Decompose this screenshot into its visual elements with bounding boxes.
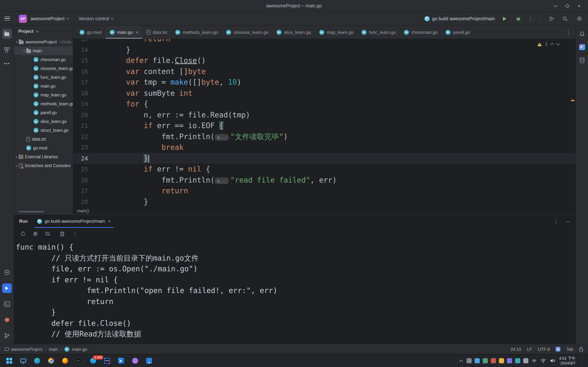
editor-tab[interactable]: gomap_learn.go xyxy=(315,26,358,39)
tree-item[interactable]: gomethods_learn.go xyxy=(14,99,73,108)
breadcrumb-segment[interactable]: main xyxy=(49,347,58,351)
taskbar-clock[interactable]: 4:51 下午 2024/3/7 xyxy=(559,356,575,366)
show-desktop-button[interactable] xyxy=(582,354,583,367)
maximize-diamond-icon[interactable] xyxy=(565,4,569,8)
tray-app-icon[interactable] xyxy=(491,358,496,363)
project-selector[interactable]: awesomeProject xyxy=(31,16,69,21)
tree-item[interactable]: data.txt xyxy=(14,135,73,143)
terminal-icon[interactable] xyxy=(2,299,12,309)
error-stripe-mark[interactable] xyxy=(571,100,574,101)
breadcrumb-context[interactable]: main() xyxy=(77,209,89,213)
services-icon[interactable] xyxy=(2,268,12,277)
next-problem-icon[interactable] xyxy=(556,42,560,45)
version-control-selector[interactable]: Version control xyxy=(79,16,113,21)
minimize-icon[interactable]: — xyxy=(566,219,570,224)
settings-gear-icon[interactable] xyxy=(575,14,584,23)
inspections-widget[interactable]: 1 xyxy=(537,42,559,46)
editor-tab[interactable]: gofunc_learn.go xyxy=(358,26,400,39)
run-configuration-selector[interactable]: go build awesomeProject/main xyxy=(425,16,495,21)
code-line[interactable]: 13 return xyxy=(73,39,575,44)
taskbar-qq-icon[interactable] xyxy=(128,355,142,367)
horizontal-scrollbar[interactable] xyxy=(18,211,44,212)
taskbar-chrome-icon[interactable] xyxy=(44,355,58,367)
chevron-down-icon[interactable]: ▾ xyxy=(22,49,26,52)
line-separator[interactable]: LF xyxy=(527,347,532,351)
taskbar-terminal-icon[interactable]: >_ xyxy=(72,355,86,367)
rerun-icon[interactable] xyxy=(19,229,28,238)
debug-button[interactable] xyxy=(514,14,523,23)
tray-app-icon[interactable] xyxy=(466,358,471,363)
editor-tab[interactable]: goclosures_learn.go xyxy=(222,26,272,39)
code-line[interactable]: 25 if err != nil { xyxy=(73,164,575,175)
code-line[interactable]: 24 } xyxy=(73,153,575,164)
indent-style[interactable]: Tab xyxy=(566,347,573,351)
code-line[interactable]: 14 } xyxy=(73,44,575,55)
menu-icon[interactable] xyxy=(4,17,10,21)
tree-item[interactable]: goslice_learn.go xyxy=(14,117,73,126)
taskbar-goland-icon[interactable] xyxy=(100,355,114,367)
structure-icon[interactable] xyxy=(2,45,12,54)
tree-item[interactable]: ▾main xyxy=(14,46,73,55)
close-icon[interactable]: × xyxy=(578,3,581,8)
editor-tab[interactable]: gomethods_learn.go xyxy=(171,26,222,39)
code-line[interactable]: 21 if err == io.EOF { xyxy=(73,120,575,131)
search-icon[interactable] xyxy=(561,14,570,23)
tree-item[interactable]: ▸External Libraries xyxy=(14,152,73,161)
chevron-right-icon[interactable]: ▸ xyxy=(15,164,19,167)
code-line[interactable]: 16 var content []byte xyxy=(73,66,575,77)
code-line[interactable]: 19 for { xyxy=(73,99,575,109)
code-line[interactable]: 23 break xyxy=(73,142,575,153)
editor-tab[interactable]: gogo.mod xyxy=(76,26,106,39)
ai-assistant-icon[interactable] xyxy=(556,347,561,351)
editor-tab[interactable]: goparell.go xyxy=(442,26,474,39)
project-panel-header[interactable]: Project xyxy=(14,26,73,37)
project-avatar[interactable]: AP xyxy=(19,15,27,23)
editor-tab[interactable]: gochessman.go xyxy=(400,26,442,39)
editor-tab[interactable]: data.txt xyxy=(143,26,171,39)
taskbar-start-icon[interactable] xyxy=(2,355,16,367)
run-console-output[interactable]: func main() { // 只读方式打开当前目录下的main.go文件 f… xyxy=(14,240,575,344)
more-tool-windows-icon[interactable]: ••• xyxy=(4,61,10,66)
database-icon[interactable] xyxy=(577,56,587,65)
tree-item[interactable]: gostruct_learn.go xyxy=(14,126,73,135)
previous-problem-icon[interactable] xyxy=(550,43,554,47)
chevron-down-icon[interactable]: ▾ xyxy=(15,40,19,44)
code-editor[interactable]: 13 return14 }15 defer file.Close()16 var… xyxy=(73,39,575,207)
code-line[interactable]: 26 fmt.Println(a…:"read file failed", er… xyxy=(73,175,575,185)
code-line[interactable]: 15 defer file.Close() xyxy=(73,55,575,66)
scroll-to-end-icon[interactable] xyxy=(43,229,52,238)
code-line[interactable]: 18 var sumByte int xyxy=(73,88,575,99)
minimize-chevron-icon[interactable] xyxy=(553,3,558,7)
taskbar-photos-icon[interactable]: ▲ xyxy=(142,355,156,367)
code-line[interactable]: 28 } xyxy=(73,196,575,207)
tree-item[interactable]: gomain.go xyxy=(14,82,73,91)
more-icon[interactable]: ⋮ xyxy=(73,231,78,237)
taskbar-firefox-icon[interactable] xyxy=(58,355,72,367)
notifications-bell-icon[interactable] xyxy=(577,29,587,39)
tray-app-icon[interactable] xyxy=(474,358,479,363)
lock-icon[interactable] xyxy=(579,347,583,351)
tree-item[interactable]: goclosures_learn.go xyxy=(14,64,73,73)
project-tool-window-button[interactable] xyxy=(2,29,12,39)
stop-icon[interactable] xyxy=(34,232,37,236)
code-line[interactable]: 20 n, err := file.Read(tmp) xyxy=(73,109,575,120)
tray-app-icon[interactable] xyxy=(523,358,528,363)
wifi-icon[interactable] xyxy=(540,359,546,363)
editor-tab[interactable]: goslice_learn.go xyxy=(272,26,315,39)
code-line[interactable]: 17 var tmp = make([]byte, 10) xyxy=(73,77,575,88)
code-line[interactable]: 27 return xyxy=(73,185,575,196)
tray-app-icon[interactable] xyxy=(515,358,520,363)
problems-icon[interactable] xyxy=(2,315,12,325)
editor-tab[interactable]: gomain.go× xyxy=(106,26,142,39)
run-tab[interactable]: go build awesomeProject/main × xyxy=(34,215,114,228)
chevron-right-icon[interactable]: ▸ xyxy=(15,155,19,158)
tree-item[interactable]: ▾awesomeProject~/Gola xyxy=(14,38,73,46)
ai-assistant-icon[interactable] xyxy=(579,44,585,50)
version-control-icon[interactable] xyxy=(2,331,12,341)
tray-app-icon[interactable] xyxy=(507,358,512,363)
tree-item[interactable]: gochessman.go xyxy=(14,55,73,64)
close-tab-icon[interactable]: × xyxy=(136,30,138,35)
taskbar-this-pc-icon[interactable] xyxy=(16,355,30,367)
taskbar-chat-icon[interactable]: 9,999 xyxy=(86,355,100,367)
clear-console-icon[interactable] xyxy=(58,229,67,238)
